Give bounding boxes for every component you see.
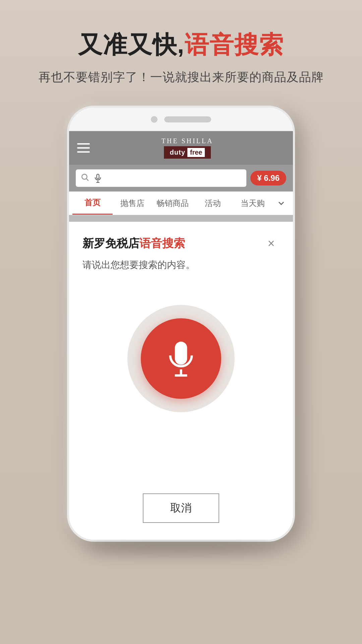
phone-speaker (164, 116, 211, 122)
nav-more-button[interactable] (273, 192, 290, 215)
overlay-title-black: 新罗免税店 (82, 237, 139, 250)
menu-line-1 (77, 143, 90, 145)
mic-outer-ring (127, 305, 235, 412)
logo-free: free (190, 149, 202, 156)
phone-camera (151, 116, 158, 123)
headline-black: 又准又快, (78, 31, 185, 58)
tab-today[interactable]: 当天购 (233, 192, 273, 215)
overlay-title: 新罗免税店语音搜索 (82, 236, 185, 251)
menu-line-3 (77, 151, 90, 153)
balance-badge: ¥ 6.96 (250, 171, 286, 185)
top-section: 又准又快,语音搜索 再也不要错别字了！一说就搜出来所要的商品及品牌 (0, 0, 362, 99)
tab-bestseller[interactable]: 畅销商品 (153, 192, 193, 215)
logo-duty: duty (170, 149, 185, 156)
close-button[interactable]: × (263, 235, 280, 252)
tab-events[interactable]: 活动 (193, 192, 233, 215)
phone-mockup: THE SHILLA duty free (67, 106, 295, 542)
phone-container: THE SHILLA duty free (0, 106, 362, 542)
headline-red: 语音搜索 (185, 31, 284, 58)
search-icon (80, 173, 89, 183)
tab-home[interactable]: 首页 (72, 192, 113, 215)
svg-line-1 (86, 179, 88, 181)
phone-shadow (87, 542, 275, 555)
logo-free-box: free (187, 148, 205, 157)
svg-rect-2 (97, 174, 99, 179)
svg-point-0 (82, 174, 87, 179)
mic-button[interactable] (141, 318, 221, 399)
headline: 又准又快,语音搜索 (0, 30, 362, 59)
overlay-header: 新罗免税店语音搜索 × (82, 235, 280, 252)
search-input-area[interactable] (76, 169, 246, 187)
overlay-subtitle: 请说出您想要搜索的内容。 (82, 259, 280, 271)
mic-icon (163, 340, 199, 377)
logo-area: THE SHILLA duty free (162, 137, 214, 159)
subtext: 再也不要错别字了！一说就搜出来所要的商品及品牌 (0, 69, 362, 86)
menu-button[interactable] (77, 143, 90, 153)
cancel-button[interactable]: 取消 (143, 493, 219, 523)
menu-line-2 (77, 147, 90, 149)
logo-bottom: duty free (164, 146, 211, 159)
search-bar: ¥ 6.96 (69, 165, 293, 192)
app-header: THE SHILLA duty free (69, 131, 293, 165)
nav-tabs: 首页 抛售店 畅销商品 活动 当天购 (69, 192, 293, 215)
mic-search-icon[interactable] (93, 173, 103, 183)
logo-brand: THE SHILLA (162, 137, 214, 145)
balance-amount: ¥ 6.96 (257, 173, 280, 183)
voice-search-overlay: 新罗免税店语音搜索 × 请说出您想要搜索的内容。 (69, 222, 293, 540)
overlay-title-red: 语音搜索 (139, 237, 185, 250)
app-content: THE SHILLA duty free (69, 131, 293, 540)
phone-top-bar (69, 108, 293, 131)
tab-outlet[interactable]: 抛售店 (113, 192, 153, 215)
